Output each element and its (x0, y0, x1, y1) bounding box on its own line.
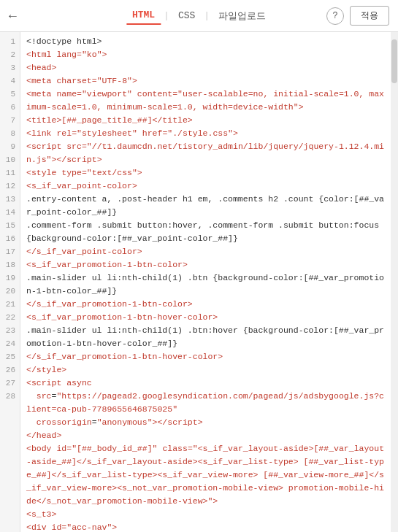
line-number: 16 (6, 232, 15, 245)
app-container: ← HTML | CSS | 파일업로드 ? 적용 12345678910111… (0, 0, 398, 532)
line-numbers: 1234567891011121314151617181920212223242… (0, 32, 20, 532)
line-number: 5 (10, 88, 15, 101)
code-line: <link rel="stylesheet" href="./style.css… (26, 127, 385, 140)
line-number: 1 (10, 35, 15, 48)
tab-html[interactable]: HTML (126, 7, 161, 25)
scrollbar-thumb[interactable] (391, 39, 397, 83)
line-number: 4 (10, 74, 15, 88)
line-number: 10 (6, 153, 15, 166)
code-line: <div id="acc-nav"> (26, 521, 385, 532)
apply-button[interactable]: 적용 (350, 6, 389, 26)
header-right: ? 적용 (326, 6, 389, 26)
code-line: <!doctype html> (26, 35, 385, 48)
line-number: 9 (10, 140, 15, 153)
line-number: 22 (6, 311, 15, 324)
line-number: 6 (10, 101, 15, 114)
header: ← HTML | CSS | 파일업로드 ? 적용 (0, 0, 398, 32)
code-line: <style type="text/css"> (26, 166, 385, 180)
line-number: 15 (6, 219, 15, 232)
code-line: <html lang="ko"> (26, 48, 385, 61)
code-line: </s_if_var_promotion-1-btn-color> (26, 298, 385, 311)
back-button[interactable]: ← (9, 9, 17, 23)
line-number: 3 (10, 61, 15, 74)
code-line: <s_t3> (26, 508, 385, 521)
editor-area: 1234567891011121314151617181920212223242… (0, 32, 398, 532)
scrollbar[interactable] (391, 32, 398, 532)
code-line: <s_if_var_promotion-1-btn-hover-color> (26, 311, 385, 324)
code-line: .main-slider ul li:nth-child(1) .btn {ba… (26, 271, 385, 298)
line-number: 25 (6, 350, 15, 363)
code-content[interactable]: <!doctype html><html lang="ko"><head><me… (20, 32, 391, 532)
code-line: .entry-content a, .post-header h1 em, .c… (26, 193, 385, 219)
code-line: .comment-form .submit button:hover, .com… (26, 219, 385, 232)
header-left: ← (9, 9, 23, 23)
code-line: <head> (26, 61, 385, 74)
code-line: <s_if_var_point-color> (26, 180, 385, 193)
code-line: .main-slider ul li:nth-child(1) .btn:hov… (26, 324, 385, 350)
code-line: <s_if_var_promotion-1-btn-color> (26, 258, 385, 271)
code-line: </s_if_var_promotion-1-btn-hover-color> (26, 350, 385, 363)
tab-separator-1: | (164, 10, 169, 21)
line-number: 18 (6, 258, 15, 271)
line-number: 11 (6, 166, 15, 180)
code-line: src="https://pagead2.googlesyndication.c… (26, 390, 385, 416)
line-number: 21 (6, 298, 15, 311)
line-number: 26 (6, 363, 15, 377)
line-number: 8 (10, 127, 15, 140)
line-number: 13 (6, 193, 15, 206)
code-line: <title>[##_page_title_##]</title> (26, 114, 385, 127)
code-line: </style> (26, 363, 385, 377)
help-button[interactable]: ? (326, 7, 344, 25)
line-number: 24 (6, 337, 15, 350)
line-number: 7 (10, 114, 15, 127)
line-number: 28 (6, 390, 15, 403)
line-number: 17 (6, 245, 15, 258)
tab-separator-2: | (204, 10, 210, 21)
line-number: 23 (6, 324, 15, 337)
line-number: 12 (6, 180, 15, 193)
line-number: 19 (6, 271, 15, 285)
code-line: </head> (26, 429, 385, 442)
code-line: <meta name="viewport" content="user-scal… (26, 88, 385, 114)
code-line: <meta charset="UTF-8"> (26, 74, 385, 88)
line-number: 20 (6, 285, 15, 298)
code-line: {background-color:[##_var_point-color_##… (26, 232, 385, 245)
tab-css[interactable]: CSS (172, 7, 201, 24)
tab-fileupload[interactable]: 파일업로드 (213, 7, 272, 26)
line-number: 14 (6, 206, 15, 219)
code-line: <script async (26, 377, 385, 390)
header-tabs: HTML | CSS | 파일업로드 (126, 7, 272, 26)
code-line: <body id="[##_body_id_##]" class="<s_if_… (26, 442, 385, 508)
line-number: 2 (10, 48, 15, 61)
code-line: crossorigin="anonymous"></script> (26, 416, 385, 429)
code-line: <script src="//t1.daumcdn.net/tistory_ad… (26, 140, 385, 166)
line-number: 27 (6, 377, 15, 390)
code-line: </s_if_var_point-color> (26, 245, 385, 258)
